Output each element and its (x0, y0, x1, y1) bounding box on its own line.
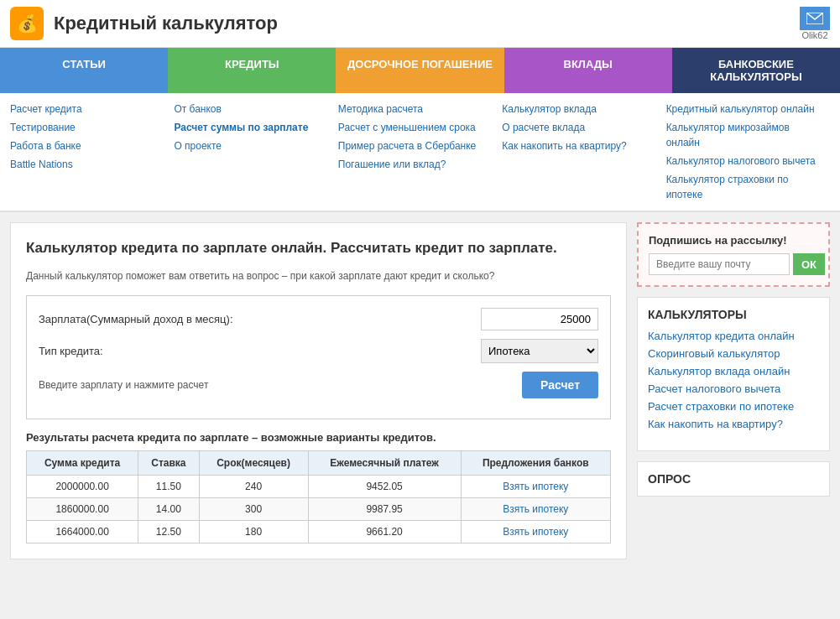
newsletter-form: ОК (649, 253, 818, 275)
subnav-col-3: Методика расчета Расчет с уменьшением ср… (338, 101, 502, 202)
credit-type-label: Тип кредита: (39, 345, 481, 357)
cell-payment: 9452.05 (308, 475, 461, 497)
calculators-section-title: КАЛЬКУЛЯТОРЫ (648, 308, 819, 321)
mail-icon[interactable] (800, 7, 830, 30)
subnav-col-5: Кредитный калькулятор онлайн Калькулятор… (666, 101, 830, 202)
main-nav: СТАТЬИ КРЕДИТЫ ДОСРОЧНОЕ ПОГАШЕНИЕ ВКЛАД… (0, 48, 840, 93)
sidebar-calc-link-4[interactable]: Расчет страховки по ипотеке (648, 400, 819, 413)
calc-action-row: Введите зарплату и нажмите расчет Расчет (39, 372, 598, 398)
credit-type-row: Тип кредита: Ипотека Потребительский Авт… (39, 339, 598, 363)
calculator-title: Калькулятор кредита по зарплате онлайн. … (26, 238, 611, 258)
salary-label: Зарплата(Суммарный доход в месяц): (39, 313, 481, 325)
link-credit-calc-online[interactable]: Кредитный калькулятор онлайн (666, 101, 822, 117)
subnav-col-1: Расчет кредита Тестирование Работа в бан… (10, 101, 174, 202)
nav-item-deposits[interactable]: ВКЛАДЫ (504, 48, 672, 93)
cell-offer: Взять ипотеку (461, 475, 610, 497)
sidebar-calc-link-1[interactable]: Скоринговый калькулятор (648, 347, 819, 360)
user-area: Olik62 (800, 7, 830, 40)
newsletter-title: Подпишись на рассылку! (649, 234, 818, 247)
cell-term: 300 (199, 497, 308, 520)
cell-rate: 12.50 (138, 520, 199, 543)
cell-offer: Взять ипотеку (461, 497, 610, 520)
link-insurance-calc[interactable]: Калькулятор страховки по ипотеке (666, 172, 822, 202)
col-header-rate: Ставка (138, 450, 199, 475)
opros-box: ОПРОС (637, 461, 830, 497)
calculate-button[interactable]: Расчет (522, 372, 598, 398)
table-header-row: Сумма кредита Ставка Срок(месяцев) Ежеме… (27, 450, 611, 475)
link-testing[interactable]: Тестирование (10, 120, 165, 135)
offer-link[interactable]: Взять ипотеку (503, 481, 568, 492)
nav-item-articles[interactable]: СТАТЬИ (0, 48, 168, 93)
nav-item-early-payment[interactable]: ДОСРОЧНОЕ ПОГАШЕНИЕ (336, 48, 503, 93)
sidebar-calc-link-0[interactable]: Калькулятор кредита онлайн (648, 330, 819, 342)
app-title: Кредитный калькулятор (54, 13, 278, 34)
sidebar-calculators: КАЛЬКУЛЯТОРЫ Калькулятор кредита онлайнС… (637, 297, 830, 451)
link-about[interactable]: О проекте (174, 138, 329, 153)
sidebar-calc-link-5[interactable]: Как накопить на квартиру? (648, 418, 819, 430)
results-title: Результаты расчета кредита по зарплате –… (26, 431, 611, 444)
link-repay-or-deposit[interactable]: Погашение или вклад? (338, 157, 493, 172)
salary-input[interactable] (481, 308, 598, 330)
cell-payment: 9987.95 (308, 497, 461, 520)
app-icon: 💰 (10, 7, 44, 40)
link-calc-credit[interactable]: Расчет кредита (10, 101, 165, 117)
newsletter-email-input[interactable] (649, 253, 790, 275)
cell-sum: 1860000.00 (27, 497, 138, 520)
link-about-deposit[interactable]: О расчете вклада (502, 120, 657, 135)
link-methodology[interactable]: Методика расчета (338, 101, 493, 117)
subnav-col-2: От банков Расчет суммы по зарплате О про… (174, 101, 337, 202)
link-deposit-calc[interactable]: Калькулятор вклада (502, 101, 657, 117)
link-save-apartment[interactable]: Как накопить на квартиру? (502, 138, 657, 153)
col-header-sum: Сумма кредита (27, 450, 138, 475)
newsletter-box: Подпишись на рассылку! ОК (637, 222, 830, 287)
col-header-term: Срок(месяцев) (199, 450, 308, 475)
sidebar-calc-link-2[interactable]: Калькулятор вклада онлайн (648, 365, 819, 377)
col-header-payment: Ежемесячный платеж (308, 450, 461, 475)
newsletter-submit-button[interactable]: ОК (793, 253, 825, 275)
calc-hint: Введите зарплату и нажмите расчет (39, 379, 522, 391)
link-tax-deduction-calc[interactable]: Калькулятор налогового вычета (666, 153, 822, 169)
table-row: 1664000.00 12.50 180 9661.20 Взять ипоте… (27, 520, 611, 543)
cell-sum: 2000000.00 (27, 475, 138, 497)
subnav-col-4: Калькулятор вклада О расчете вклада Как … (502, 101, 665, 202)
sub-nav: Расчет кредита Тестирование Работа в бан… (0, 93, 840, 212)
link-from-banks[interactable]: От банков (174, 101, 329, 117)
calculator-form: Зарплата(Суммарный доход в месяц): Тип к… (26, 295, 611, 419)
link-sberbank-example[interactable]: Пример расчета в Сбербанке (338, 138, 493, 153)
username: Olik62 (801, 30, 827, 40)
sidebar: Подпишись на рассылку! ОК КАЛЬКУЛЯТОРЫ К… (637, 222, 830, 559)
link-bank-work[interactable]: Работа в банке (10, 138, 165, 153)
cell-offer: Взять ипотеку (461, 520, 610, 543)
nav-item-bank-calculators[interactable]: БАНКОВСКИЕ КАЛЬКУЛЯТОРЫ (672, 48, 840, 93)
cell-payment: 9661.20 (308, 520, 461, 543)
cell-rate: 11.50 (138, 475, 199, 497)
col-header-offers: Предложения банков (461, 450, 610, 475)
main-content: Калькулятор кредита по зарплате онлайн. … (10, 222, 627, 559)
link-battle-nations[interactable]: Battle Nations (10, 157, 165, 172)
header: 💰 Кредитный калькулятор Olik62 (0, 0, 840, 48)
table-row: 2000000.00 11.50 240 9452.05 Взять ипоте… (27, 475, 611, 497)
offer-link[interactable]: Взять ипотеку (503, 526, 568, 538)
credit-type-select[interactable]: Ипотека Потребительский Автокредит (481, 339, 598, 363)
table-row: 1860000.00 14.00 300 9987.95 Взять ипоте… (27, 497, 611, 520)
cell-term: 180 (199, 520, 308, 543)
main-layout: Калькулятор кредита по зарплате онлайн. … (0, 212, 840, 570)
link-salary-calc[interactable]: Расчет суммы по зарплате (174, 120, 329, 135)
link-reduce-term[interactable]: Расчет с уменьшением срока (338, 120, 493, 135)
sidebar-calc-link-3[interactable]: Расчет налогового вычета (648, 382, 819, 395)
opros-title: ОПРОС (648, 472, 819, 486)
offer-link[interactable]: Взять ипотеку (503, 503, 568, 515)
cell-term: 240 (199, 475, 308, 497)
results-table: Сумма кредита Ставка Срок(месяцев) Ежеме… (26, 450, 611, 544)
salary-row: Зарплата(Суммарный доход в месяц): (39, 308, 598, 330)
calculator-description: Данный калькулятор поможет вам ответить … (26, 268, 611, 283)
cell-rate: 14.00 (138, 497, 199, 520)
nav-item-credits[interactable]: КРЕДИТЫ (168, 48, 336, 93)
cell-sum: 1664000.00 (27, 520, 138, 543)
link-microloan-calc[interactable]: Калькулятор микрозаймов онлайн (666, 120, 822, 150)
calculator-links: Калькулятор кредита онлайнСкоринговый ка… (648, 330, 819, 430)
